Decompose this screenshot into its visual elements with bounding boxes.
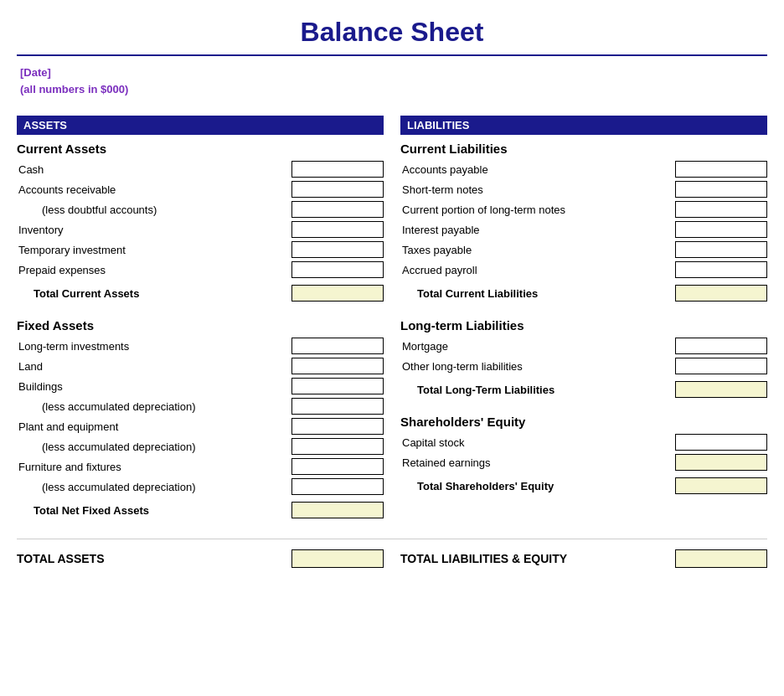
- total-longterm-liabilities-input[interactable]: [675, 381, 767, 398]
- total-assets-row: TOTAL ASSETS: [17, 549, 384, 568]
- list-item: Land: [17, 356, 384, 376]
- other-longterm-input[interactable]: [675, 358, 767, 374]
- assets-header: ASSETS: [17, 116, 384, 135]
- land-input[interactable]: [291, 358, 384, 374]
- list-item: Inventory: [17, 219, 384, 240]
- list-item: Accounts receivable: [17, 179, 384, 199]
- mortgage-input[interactable]: [675, 338, 767, 354]
- total-net-fixed-assets-input[interactable]: [291, 502, 384, 518]
- prepaid-expenses-input[interactable]: [291, 261, 384, 278]
- total-equity-input[interactable]: [675, 477, 767, 494]
- liabilities-header: LIABILITIES: [400, 116, 767, 135]
- total-liabilities-equity-label: TOTAL LIABILITIES & EQUITY: [400, 552, 567, 565]
- total-net-fixed-assets-row: Total Net Fixed Assets: [17, 498, 384, 522]
- longterm-investments-input[interactable]: [291, 338, 384, 354]
- list-item: Other long-term liabilities: [400, 356, 767, 376]
- total-current-liabilities-row: Total Current Liabilities: [400, 281, 767, 305]
- longterm-liabilities-title: Long-term Liabilities: [400, 318, 767, 333]
- total-assets-input[interactable]: [291, 549, 384, 568]
- list-item: Taxes payable: [400, 240, 767, 260]
- accounts-receivable-input[interactable]: [291, 181, 384, 198]
- total-current-assets-row: Total Current Assets: [17, 281, 384, 305]
- list-item: Prepaid expenses: [17, 260, 384, 280]
- list-item: Cash: [17, 159, 384, 179]
- bottom-totals: TOTAL ASSETS TOTAL LIABILITIES & EQUITY: [17, 539, 767, 568]
- list-item: Plant and equipment: [17, 416, 384, 436]
- temporary-investment-input[interactable]: [291, 241, 384, 258]
- total-equity-row: Total Shareholders' Equity: [400, 474, 767, 498]
- short-term-notes-input[interactable]: [675, 181, 767, 198]
- shareholders-equity-title: Shareholders' Equity: [400, 415, 767, 429]
- less-accum-depr-plant-input[interactable]: [291, 438, 384, 455]
- list-item: Furniture and fixtures: [17, 456, 384, 477]
- taxes-payable-input[interactable]: [675, 241, 767, 258]
- list-item: Retained earnings: [400, 452, 767, 472]
- fixed-assets-title: Fixed Assets: [17, 318, 384, 333]
- list-item: (less doubtful accounts): [17, 199, 384, 219]
- liabilities-column: LIABILITIES Current Liabilities Accounts…: [400, 116, 767, 522]
- total-longterm-liabilities-row: Total Long-Term Liabilities: [400, 378, 767, 401]
- less-accum-depr-furniture-input[interactable]: [291, 478, 384, 495]
- date-label: [Date]: [20, 64, 767, 81]
- list-item: Short-term notes: [400, 179, 767, 199]
- current-portion-longterm-input[interactable]: [675, 201, 767, 218]
- retained-earnings-input[interactable]: [675, 454, 767, 471]
- list-item: Buildings: [17, 376, 384, 396]
- accounts-payable-input[interactable]: [675, 161, 767, 178]
- list-item: Accounts payable: [400, 159, 767, 179]
- less-accum-depr-buildings-input[interactable]: [291, 398, 384, 415]
- subtitle-label: (all numbers in $000): [20, 81, 767, 98]
- plant-equipment-input[interactable]: [291, 418, 384, 435]
- total-liabilities-equity-input[interactable]: [675, 549, 767, 568]
- current-liabilities-title: Current Liabilities: [400, 142, 767, 156]
- list-item: Long-term investments: [17, 336, 384, 356]
- total-current-assets-input[interactable]: [291, 285, 384, 302]
- total-current-liabilities-input[interactable]: [675, 285, 767, 302]
- list-item: Interest payable: [400, 219, 767, 240]
- interest-payable-input[interactable]: [675, 221, 767, 238]
- cash-input[interactable]: [291, 161, 384, 178]
- list-item: Current portion of long-term notes: [400, 199, 767, 219]
- total-liabilities-equity-row: TOTAL LIABILITIES & EQUITY: [400, 549, 767, 568]
- list-item: Temporary investment: [17, 240, 384, 260]
- page-title: Balance Sheet: [17, 8, 767, 56]
- list-item: Capital stock: [400, 432, 767, 452]
- list-item: (less accumulated depreciation): [17, 396, 384, 416]
- list-item: (less accumulated depreciation): [17, 436, 384, 456]
- furniture-fixtures-input[interactable]: [291, 458, 384, 475]
- buildings-input[interactable]: [291, 378, 384, 394]
- current-assets-title: Current Assets: [17, 142, 384, 156]
- list-item: (less accumulated depreciation): [17, 477, 384, 497]
- accrued-payroll-input[interactable]: [675, 261, 767, 278]
- capital-stock-input[interactable]: [675, 434, 767, 451]
- list-item: Mortgage: [400, 336, 767, 356]
- inventory-input[interactable]: [291, 221, 384, 238]
- assets-column: ASSETS Current Assets Cash Accounts rece…: [17, 116, 384, 522]
- total-assets-label: TOTAL ASSETS: [17, 552, 105, 565]
- less-doubtful-input[interactable]: [291, 201, 384, 218]
- list-item: Accrued payroll: [400, 260, 767, 280]
